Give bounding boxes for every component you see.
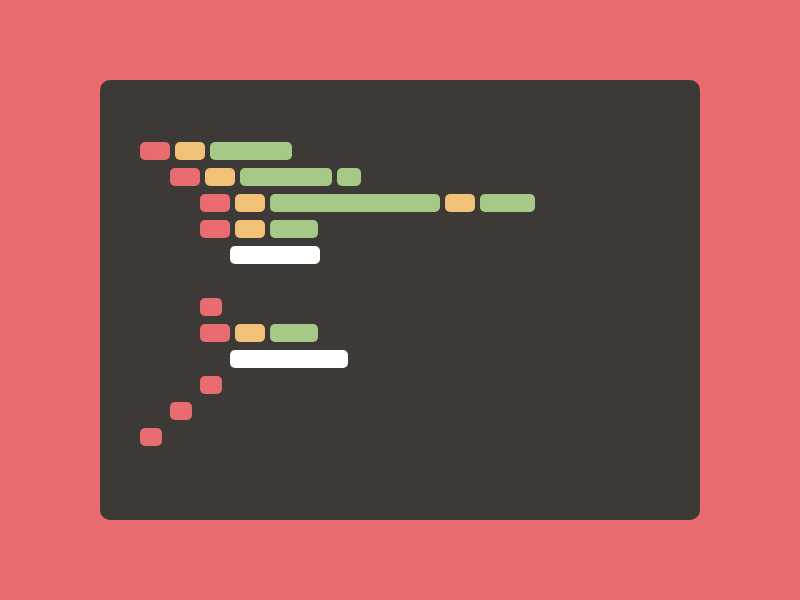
- code-token: [200, 298, 222, 316]
- code-token: [230, 246, 320, 264]
- code-line: [140, 168, 684, 186]
- code-token: [170, 402, 192, 420]
- code-token: [235, 324, 265, 342]
- code-line: [140, 246, 684, 264]
- code-token: [210, 142, 292, 160]
- code-token: [200, 194, 230, 212]
- code-token: [235, 220, 265, 238]
- code-token: [230, 350, 348, 368]
- code-token: [170, 168, 200, 186]
- code-line: [140, 324, 684, 342]
- code-line: [140, 194, 684, 212]
- code-token: [140, 142, 170, 160]
- code-token: [270, 324, 318, 342]
- code-token: [445, 194, 475, 212]
- code-token: [337, 168, 361, 186]
- minimize-button[interactable]: [134, 94, 144, 104]
- code-token: [140, 428, 162, 446]
- code-token: [205, 168, 235, 186]
- code-line: [140, 220, 684, 238]
- code-line: [140, 350, 684, 368]
- code-token: [270, 220, 318, 238]
- code-token: [200, 376, 222, 394]
- code-content: [116, 134, 684, 446]
- code-token: [240, 168, 332, 186]
- code-token: [480, 194, 535, 212]
- code-token: [200, 324, 230, 342]
- code-token: [235, 194, 265, 212]
- code-line: [140, 402, 684, 420]
- blank-line: [140, 272, 684, 290]
- code-token: [270, 194, 440, 212]
- window-controls: [116, 94, 684, 104]
- code-line: [140, 298, 684, 316]
- code-line: [140, 428, 684, 446]
- code-line: [140, 142, 684, 160]
- close-button[interactable]: [116, 94, 126, 104]
- code-token: [200, 220, 230, 238]
- maximize-button[interactable]: [152, 94, 162, 104]
- code-line: [140, 376, 684, 394]
- code-token: [175, 142, 205, 160]
- code-editor-window: [100, 80, 700, 520]
